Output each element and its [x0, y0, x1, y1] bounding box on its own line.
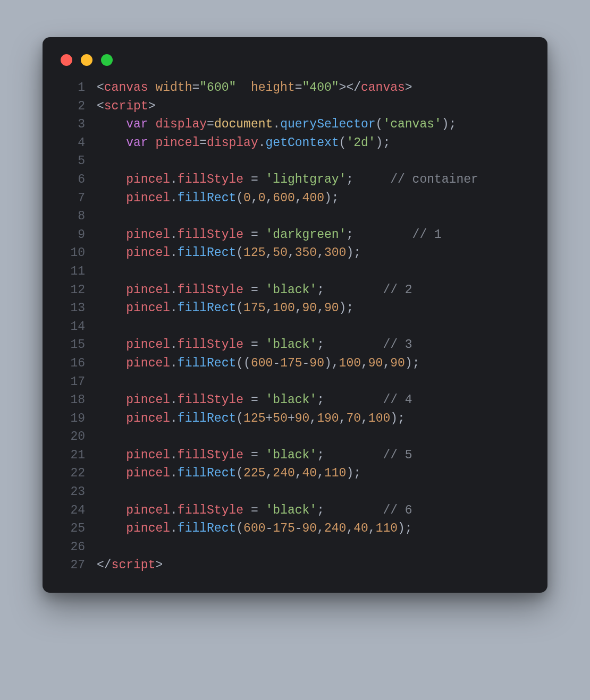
code-token: ; [317, 393, 324, 407]
code-token: width [155, 81, 192, 95]
line-number: 10 [60, 244, 97, 262]
code-content: </script> [97, 556, 530, 575]
code-token: 225 [243, 466, 265, 480]
code-token: ); [442, 117, 457, 131]
code-token: , [251, 191, 258, 205]
code-token: fillRect [178, 301, 236, 315]
code-line: 4 var pincel=display.getContext('2d'); [60, 134, 530, 152]
code-content: pincel.fillRect(125+50+90,190,70,100); [97, 409, 530, 428]
code-content: pincel.fillStyle = 'lightgray'; // conta… [97, 170, 530, 189]
code-line: 11 [60, 262, 530, 281]
line-number: 7 [60, 189, 97, 208]
code-content [97, 538, 530, 557]
code-content: pincel.fillRect(125,50,350,300); [97, 244, 530, 262]
code-line: 23 [60, 483, 530, 501]
zoom-icon[interactable] [101, 54, 113, 66]
minimize-icon[interactable] [81, 54, 92, 66]
code-token: 40 [302, 466, 317, 480]
code-token: . [170, 173, 178, 186]
line-number: 21 [60, 446, 97, 465]
code-token: pincel [126, 283, 170, 297]
code-token: ; [317, 283, 324, 297]
code-token: , [309, 412, 317, 425]
code-token: . [170, 338, 178, 352]
code-token: . [170, 522, 178, 535]
code-token: ( [236, 246, 243, 260]
code-token: . [170, 301, 178, 315]
code-token: 90 [390, 356, 405, 370]
code-content [97, 428, 530, 446]
code-line: 5 [60, 152, 530, 170]
code-line: 26 [60, 538, 530, 557]
code-token: 100 [339, 356, 361, 370]
code-window: 1<canvas width="600" height="400"></canv… [43, 37, 547, 593]
code-token: pincel [126, 356, 170, 370]
code-token [148, 81, 156, 95]
code-token: pincel [126, 522, 170, 535]
code-token: , [266, 246, 273, 260]
line-number: 12 [60, 281, 97, 300]
code-token: pincel [126, 191, 170, 205]
code-content: <canvas width="600" height="400"></canva… [97, 79, 530, 97]
code-token: 90 [324, 301, 339, 315]
code-token: = [251, 283, 258, 297]
code-line: 27</script> [60, 556, 530, 575]
code-token: 0 [243, 191, 251, 205]
code-token: 90 [295, 412, 310, 425]
code-token [236, 81, 251, 95]
code-line: 3 var display=document.querySelector('ca… [60, 115, 530, 134]
code-token: 600 [273, 191, 294, 205]
code-token [353, 228, 412, 242]
code-content: pincel.fillStyle = 'black'; // 5 [97, 446, 530, 465]
line-number: 15 [60, 336, 97, 354]
code-token: > [339, 81, 347, 95]
code-token: fillRect [178, 356, 236, 370]
code-token: > [155, 558, 163, 572]
code-content: var pincel=display.getContext('2d'); [97, 134, 530, 152]
code-token: = [199, 136, 207, 150]
code-token: 'black' [266, 503, 317, 517]
code-token: canvas [361, 81, 405, 95]
code-token: pincel [126, 301, 170, 315]
code-token: pincel [126, 393, 170, 407]
code-token: pincel [126, 246, 170, 260]
code-token: pincel [126, 448, 170, 462]
code-content: pincel.fillRect(0,0,600,400); [97, 189, 530, 208]
code-token: ); [390, 412, 405, 425]
code-token: , [266, 191, 273, 205]
code-line: 17 [60, 373, 530, 391]
code-token: display [155, 117, 207, 131]
code-content [97, 318, 530, 336]
code-token: </ [346, 81, 361, 95]
code-token: 600 [243, 522, 265, 535]
code-token: 240 [324, 522, 346, 535]
code-token: > [148, 99, 156, 113]
code-token: 300 [324, 246, 346, 260]
line-number: 5 [60, 152, 97, 170]
close-icon[interactable] [61, 54, 72, 66]
code-token: ), [324, 356, 339, 370]
code-token: . [170, 283, 178, 297]
code-token: ( [236, 522, 243, 535]
line-number: 2 [60, 97, 97, 116]
code-token: fillStyle [178, 173, 243, 186]
code-token: ; [317, 503, 324, 517]
code-token [243, 338, 251, 352]
code-token: pincel [155, 136, 199, 150]
code-token: , [295, 466, 302, 480]
code-token: . [170, 246, 178, 260]
code-content: pincel.fillStyle = 'black'; // 6 [97, 501, 530, 520]
code-token: > [405, 81, 412, 95]
code-content: pincel.fillStyle = 'black'; // 2 [97, 281, 530, 300]
code-token: = [295, 81, 302, 95]
code-token: 100 [368, 412, 390, 425]
code-token: . [170, 191, 178, 205]
code-token: + [266, 412, 273, 425]
code-token: . [170, 393, 178, 407]
code-token: 600 [251, 356, 273, 370]
code-token: pincel [126, 338, 170, 352]
code-token: = [251, 503, 258, 517]
code-token: 'black' [266, 338, 317, 352]
code-content [97, 373, 530, 391]
code-token [97, 246, 126, 260]
